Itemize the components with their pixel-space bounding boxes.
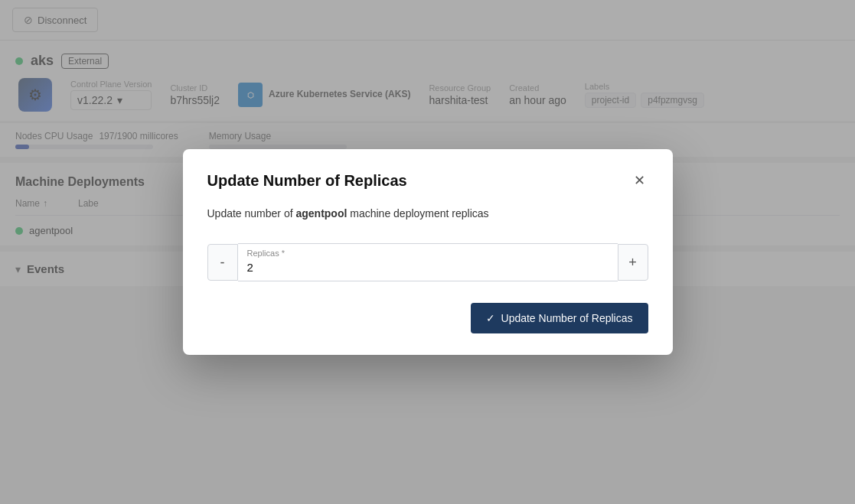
update-replicas-button[interactable]: ✓ Update Number of Replicas bbox=[471, 303, 648, 333]
replicas-decrement-button[interactable]: - bbox=[207, 244, 238, 281]
replicas-row: - Replicas * + bbox=[207, 243, 648, 281]
modal-header: Update Number of Replicas ✕ bbox=[207, 171, 648, 190]
modal: Update Number of Replicas ✕ Update numbe… bbox=[183, 149, 673, 355]
update-replicas-label: Update Number of Replicas bbox=[501, 312, 633, 324]
modal-overlay: Update Number of Replicas ✕ Update numbe… bbox=[0, 0, 855, 504]
description-suffix: machine deployment replicas bbox=[347, 207, 488, 219]
modal-footer: ✓ Update Number of Replicas bbox=[207, 303, 648, 333]
description-prefix: Update number of bbox=[207, 207, 296, 219]
replicas-increment-button[interactable]: + bbox=[618, 244, 648, 281]
check-icon: ✓ bbox=[486, 312, 495, 324]
replicas-input[interactable] bbox=[238, 244, 618, 281]
replicas-input-wrapper: Replicas * bbox=[238, 243, 618, 281]
modal-close-button[interactable]: ✕ bbox=[631, 171, 648, 190]
modal-title: Update Number of Replicas bbox=[207, 172, 407, 190]
modal-description: Update number of agentpool machine deplo… bbox=[207, 206, 648, 222]
description-pool: agentpool bbox=[295, 207, 347, 219]
replicas-field-label: Replicas * bbox=[247, 249, 286, 258]
